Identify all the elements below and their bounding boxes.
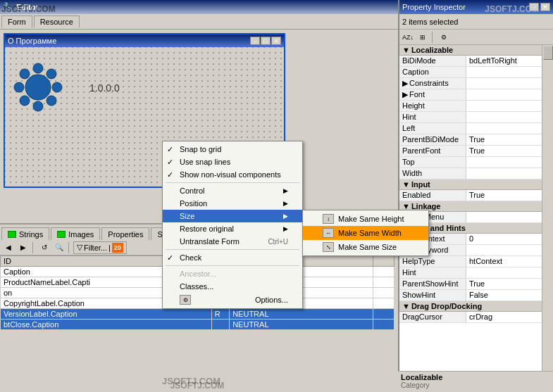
cell-val <box>373 277 394 288</box>
tab-strings[interactable]: Strings <box>1 227 49 240</box>
prop-constraints: ▶Constraints <box>399 78 553 89</box>
filter-sep: | <box>108 244 111 252</box>
untranslate-shortcut: Ctrl+U <box>268 238 288 246</box>
form-dialog-title-bar: О Программе – □ ✕ <box>5 34 284 47</box>
menu-restore-original[interactable]: Restore original ▶ <box>163 222 302 235</box>
table-row: btClose.Caption NEUTRAL <box>1 320 394 330</box>
tab-images[interactable]: Images <box>51 227 100 240</box>
expand-input-icon: ▼ <box>402 180 410 189</box>
prop-title-controls: – ✕ <box>529 3 550 11</box>
gear-logo <box>12 61 65 115</box>
menu-ancestor[interactable]: Ancestor... <box>163 267 302 280</box>
cell-val <box>373 288 394 298</box>
prop-toolbar: AZ↓ ⊞ ⚙ <box>399 30 553 45</box>
prop-left: Left <box>399 123 553 134</box>
prop-parentshowhint: ParentShowHint True <box>399 279 553 290</box>
expand-icon: ▼ <box>402 46 410 54</box>
context-menu: Snap to grid Use snap lines Show non-vis… <box>162 141 303 309</box>
nav-next-btn[interactable]: ▶ <box>16 241 30 254</box>
scrollbar-thumb[interactable] <box>543 46 553 60</box>
tab-form[interactable]: Form <box>1 15 32 28</box>
menu-position[interactable]: Position ▶ <box>163 197 302 210</box>
svg-point-6 <box>46 69 56 79</box>
menu-show-non-visual[interactable]: Show non-visual components <box>163 168 302 181</box>
filter-button[interactable]: ▽ Filter... | 20 <box>73 241 127 254</box>
expand-constraints-icon[interactable]: ▶ <box>402 79 408 87</box>
prop-minimize-btn[interactable]: – <box>529 3 539 11</box>
property-inspector: Property Inspector – ✕ 2 items selected … <box>398 0 553 392</box>
tab-properties[interactable]: Properties <box>101 227 149 240</box>
svg-point-0 <box>25 75 51 100</box>
prop-title: Property Inspector <box>402 3 466 11</box>
menu-options[interactable]: ⚙ Options... <box>163 293 302 307</box>
form-maximize-btn[interactable]: □ <box>261 37 271 45</box>
menu-sep-2 <box>166 249 299 250</box>
filter-count: 20 <box>112 243 123 253</box>
size-icon: ⤡ <box>323 242 334 252</box>
check-mark: ✓ <box>167 253 173 263</box>
title-bar-title: 🔧 Editor <box>3 2 39 12</box>
menu-size[interactable]: Size ▶ <box>163 210 302 222</box>
prop-hint2: Hint <box>399 267 553 279</box>
status-category: Localizable <box>401 373 550 381</box>
submenu-make-same-width[interactable]: ↔ Make Same Width <box>303 226 428 240</box>
menu-classes[interactable]: Classes... <box>163 280 302 293</box>
tab-resource[interactable]: Resource <box>34 15 80 27</box>
menu-sep-1 <box>166 182 299 183</box>
category-input[interactable]: ▼ Input <box>399 179 553 190</box>
prop-width: Width <box>399 168 553 179</box>
cell-val <box>373 320 394 330</box>
items-selected-text: 2 items selected <box>402 18 458 26</box>
form-close-btn[interactable]: ✕ <box>271 37 281 45</box>
submenu-make-same-size[interactable]: ⤡ Make Same Size <box>303 240 428 254</box>
prop-title-bar: Property Inspector – ✕ <box>399 0 553 14</box>
menu-untranslate[interactable]: Untranslate Form Ctrl+U <box>163 235 302 248</box>
search-btn[interactable]: 🔍 <box>52 241 66 254</box>
prop-parentbidimode: ParentBiDiMode True <box>399 134 553 146</box>
expand-font-icon[interactable]: ▶ <box>402 90 408 99</box>
menu-size-container: Size ▶ ↕ Make Same Height ↔ Make Same Wi… <box>163 210 302 222</box>
svg-point-1 <box>33 63 43 73</box>
sort-alpha-btn[interactable]: AZ↓ <box>401 31 415 44</box>
prop-scrollbar[interactable] <box>542 45 553 371</box>
prop-height: Height <box>399 101 553 112</box>
cell-s <box>211 320 230 330</box>
version-text: 1.0.0.0 <box>89 82 120 94</box>
menu-snap-to-grid[interactable]: Snap to grid <box>163 143 302 156</box>
form-minimize-btn[interactable]: – <box>250 37 260 45</box>
height-icon: ↕ <box>323 214 334 224</box>
app-icon: 🔧 <box>3 2 13 12</box>
cell-original: NEUTRAL <box>230 320 373 330</box>
expand-drag-icon: ▼ <box>402 302 410 310</box>
submenu-make-same-height[interactable]: ↕ Make Same Height <box>303 212 428 226</box>
prop-close-btn[interactable]: ✕ <box>540 3 550 11</box>
size-arrow: ▶ <box>283 213 288 220</box>
menu-check[interactable]: ✓ Check <box>163 251 302 264</box>
cell-original: NEUTRAL <box>230 309 373 320</box>
prop-helptype: HelpType htContext <box>399 256 553 267</box>
prop-caption: Caption <box>399 67 553 78</box>
form-dialog-title: О Программе <box>8 37 56 45</box>
category-localizable[interactable]: ▼ Localizable <box>399 45 553 56</box>
toolbar-sep-2 <box>68 242 71 253</box>
cell-id: VersionLabel.Caption <box>1 309 212 320</box>
menu-use-snap-lines[interactable]: Use snap lines <box>163 156 302 168</box>
nav-prev-btn[interactable]: ◀ <box>1 241 15 254</box>
svg-point-3 <box>14 82 24 92</box>
prop-btn3[interactable]: ⚙ <box>437 31 451 44</box>
position-arrow: ▶ <box>283 200 288 207</box>
cell-id: btClose.Caption <box>1 320 212 330</box>
images-indicator <box>57 231 66 238</box>
sort-cat-btn[interactable]: ⊞ <box>416 31 430 44</box>
menu-control[interactable]: Control ▶ <box>163 184 302 197</box>
prop-hint: Hint <box>399 112 553 123</box>
col-val[interactable] <box>373 256 394 267</box>
prop-toolbar-sep <box>432 32 435 43</box>
refresh-btn[interactable]: ↺ <box>37 241 51 254</box>
prop-top: Top <box>399 157 553 168</box>
width-icon: ↔ <box>323 228 334 238</box>
prop-status-bar: Localizable Category <box>398 371 553 392</box>
prop-content[interactable]: ▼ Localizable BiDiMode bdLeftToRight Cap… <box>399 45 553 371</box>
prop-font: ▶Font <box>399 89 553 101</box>
category-drag-docking[interactable]: ▼ Drag Drop/Docking <box>399 301 553 312</box>
